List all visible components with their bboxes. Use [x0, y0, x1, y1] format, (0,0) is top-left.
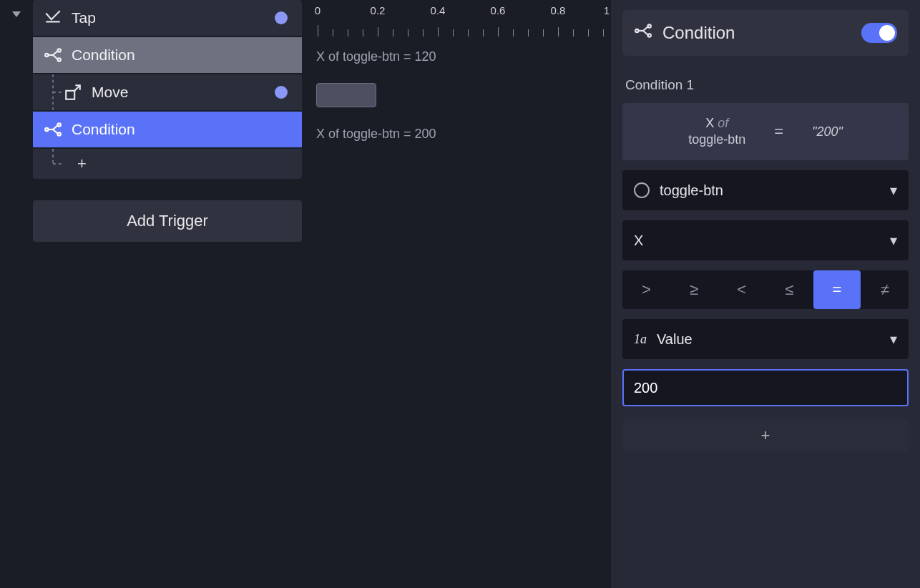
value-input[interactable]: [634, 380, 897, 396]
tick-label: 1: [604, 4, 610, 16]
plus-icon: +: [761, 426, 770, 445]
operator-gt[interactable]: >: [622, 270, 670, 309]
status-dot-icon: [275, 86, 288, 99]
tree-row-condition-selected[interactable]: Condition: [33, 112, 302, 149]
preview-lhs: X of toggle-btn: [688, 115, 745, 149]
value-prefix-icon: 1a: [634, 332, 647, 347]
trigger-panel: Tap Condition Move: [33, 0, 302, 588]
add-trigger-label: Add Trigger: [127, 212, 208, 230]
collapse-gutter: [0, 0, 33, 588]
status-dot-icon: [275, 11, 288, 24]
svg-point-13: [635, 29, 638, 32]
value-type-dropdown[interactable]: 1a Value ▾: [622, 319, 909, 359]
svg-point-3: [58, 58, 61, 61]
operator-eq[interactable]: =: [813, 270, 861, 309]
preview-rhs: "200": [812, 124, 843, 139]
target-value: toggle-btn: [660, 182, 723, 199]
svg-point-9: [58, 123, 61, 126]
operator-lte[interactable]: ≤: [765, 270, 813, 309]
condition-icon: [43, 119, 63, 139]
operator-gte[interactable]: ≥: [670, 270, 718, 309]
tick-marks: [316, 24, 604, 36]
chevron-down-icon: ▾: [890, 330, 897, 348]
timeline-text: X of toggle-btn = 120: [316, 49, 436, 64]
timeline-row: X of toggle-btn = 120: [309, 37, 604, 76]
timeline-ruler[interactable]: 0 0.2 0.4 0.6 0.8 1: [309, 0, 604, 37]
svg-point-2: [58, 49, 61, 52]
trigger-header[interactable]: Tap: [33, 0, 302, 37]
operator-lt[interactable]: <: [718, 270, 765, 309]
tap-icon: [43, 8, 63, 28]
tick-label: 0: [315, 4, 320, 16]
preview-of: of: [718, 116, 728, 130]
timeline-clip[interactable]: [316, 83, 376, 107]
move-icon: [63, 82, 83, 102]
tree-rail: [43, 149, 63, 179]
value-input-wrapper[interactable]: [622, 369, 909, 406]
tree-label: Condition: [72, 121, 135, 138]
tree-row-move[interactable]: Move: [33, 74, 302, 112]
plus-icon: +: [77, 155, 87, 173]
tree-add-row[interactable]: +: [33, 149, 302, 179]
enabled-toggle[interactable]: [861, 23, 897, 43]
chevron-down-icon: ▾: [890, 232, 897, 249]
condition-preview: X of toggle-btn = "200": [622, 103, 909, 160]
condition-icon: [634, 21, 652, 44]
timeline-text: X of toggle-btn = 200: [316, 127, 436, 142]
preview-target: toggle-btn: [688, 132, 745, 148]
add-condition-button[interactable]: +: [622, 419, 909, 452]
svg-point-15: [648, 34, 651, 36]
svg-line-7: [74, 85, 80, 92]
section-title: Condition 1: [622, 77, 909, 93]
inspector-panel: Condition Condition 1 X of toggle-btn = …: [611, 0, 920, 588]
chevron-down-icon: ▾: [890, 182, 897, 199]
tree-row-condition[interactable]: Condition: [33, 37, 302, 74]
svg-point-10: [58, 132, 61, 135]
trigger-name: Tap: [72, 9, 96, 26]
operator-neq[interactable]: ≠: [861, 270, 909, 309]
timeline-panel: 0 0.2 0.4 0.6 0.8 1 X of toggle-btn = 12…: [302, 0, 611, 588]
tree-label: Condition: [72, 46, 135, 64]
inspector-header: Condition: [622, 10, 909, 56]
operator-row: > ≥ < ≤ = ≠: [622, 270, 909, 309]
tree-label: Move: [92, 84, 128, 101]
target-dropdown[interactable]: toggle-btn ▾: [622, 170, 909, 210]
tick-label: 0.2: [371, 4, 386, 16]
target-icon: [634, 182, 650, 198]
add-trigger-button[interactable]: Add Trigger: [33, 200, 302, 242]
tick-label: 0.8: [551, 4, 566, 16]
svg-point-14: [648, 24, 651, 27]
value-type-label: Value: [657, 331, 693, 348]
preview-op: =: [774, 122, 783, 141]
svg-rect-6: [66, 91, 74, 99]
preview-prop: X: [705, 116, 714, 130]
property-dropdown[interactable]: X ▾: [622, 220, 909, 260]
tick-label: 0.4: [431, 4, 446, 16]
chevron-down-icon[interactable]: [12, 11, 21, 17]
condition-icon: [43, 45, 63, 65]
tree-rail: [43, 74, 63, 110]
svg-point-1: [45, 54, 48, 57]
timeline-row: X of toggle-btn = 200: [309, 114, 604, 153]
inspector-title: Condition: [662, 23, 735, 43]
timeline-row[interactable]: [309, 76, 604, 114]
svg-point-8: [45, 128, 48, 131]
property-value: X: [634, 232, 643, 249]
tick-label: 0.6: [491, 4, 506, 16]
